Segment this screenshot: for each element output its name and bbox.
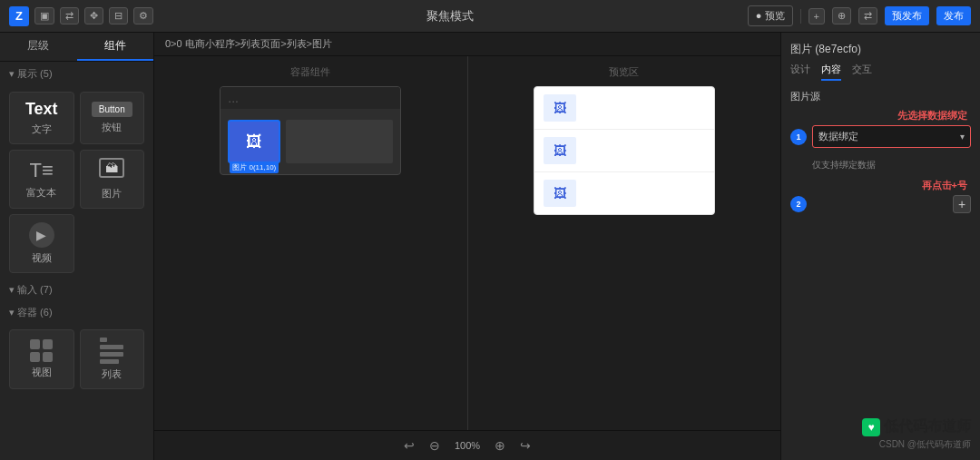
zoom-in-button[interactable]: ⊕ (491, 436, 509, 455)
wechat-icon: ♥ (862, 418, 880, 436)
preview-img-3: 🖼 (544, 180, 576, 207)
device-row: 🖼 图片 0(11,10) (228, 116, 393, 167)
selected-image[interactable]: 🖼 图片 0(11,10) (228, 120, 280, 163)
preview-row-3: 🖼 (534, 172, 714, 214)
settings-btn[interactable]: ⚙ (133, 7, 153, 24)
list-icon (100, 338, 123, 364)
topbar-right: ● 预览 + ⊕ ⇄ 预发布 发布 (748, 5, 971, 26)
right-tabs: 设计 内容 交互 (790, 63, 971, 81)
component-grid-bottom: 视图 列表 (0, 324, 153, 395)
icon2-btn[interactable]: ⇄ (858, 7, 877, 24)
video-label: 视频 (32, 251, 52, 265)
editor-section-label: 容器组件 (290, 65, 330, 79)
data-binding-row: 1 数据绑定 ▾ (790, 125, 971, 148)
redo-button[interactable]: ↪ (516, 436, 534, 455)
mode-btn[interactable]: ▣ (34, 7, 54, 24)
section-container[interactable]: ▾ 容器 (6) (0, 301, 153, 324)
component-list[interactable]: 列表 (80, 329, 145, 389)
right-panel-title: 图片 (8e7ecfo) (790, 42, 971, 57)
text-placeholder (286, 120, 393, 163)
main-layout: 层级 组件 ▾ 展示 (5) Text 文字 Button 按钮 T≡ 富文本 (0, 33, 980, 460)
device-dots: ... (228, 91, 239, 105)
badge-2: 2 (790, 196, 807, 212)
cursor-btn[interactable]: ✥ (84, 7, 103, 24)
device-content: 🖼 图片 0(11,10) (220, 109, 400, 174)
zoom-level: 100% (451, 440, 484, 451)
dropdown-label: 数据绑定 (818, 130, 858, 143)
editor-col: 容器组件 ... 🖼 图片 0(11,10) (154, 56, 467, 430)
data-binding-dropdown[interactable]: 数据绑定 ▾ (812, 125, 971, 148)
add-row: 2 + (790, 195, 971, 213)
badge-1: 1 (790, 129, 807, 145)
preview-section-label: 预览区 (609, 65, 639, 79)
component-image[interactable]: 图片 (80, 150, 145, 209)
icon1-btn[interactable]: ⊕ (832, 7, 851, 24)
text-preview: Text (25, 100, 58, 119)
view-icon (30, 339, 54, 362)
preview-img-2: 🖼 (544, 137, 576, 164)
text-label: 文字 (32, 122, 52, 136)
richtext-icon: T≡ (30, 159, 54, 182)
device-topbar: ... (220, 87, 400, 109)
share-btn[interactable]: ⇄ (60, 7, 79, 24)
preview-button[interactable]: ● 预览 (748, 5, 793, 26)
dropdown-arrow-icon: ▾ (960, 132, 965, 142)
zoom-out-button[interactable]: ⊖ (426, 436, 444, 455)
canvas-toolbar: ↩ ⊖ 100% ⊕ ↪ (154, 430, 780, 460)
preview-col: 预览区 🖼 🖼 🖼 (467, 56, 781, 430)
publish-button[interactable]: 发布 (936, 6, 971, 25)
watermark-name: 低代码布道师 (884, 417, 971, 436)
watermark-sub: CSDN @低代码布道师 (790, 438, 971, 451)
topbar: Z ▣ ⇄ ✥ ⊟ ⚙ 聚焦模式 ● 预览 + ⊕ ⇄ 预发布 发布 (0, 0, 980, 33)
component-video[interactable]: ▶ 视频 (9, 214, 74, 273)
page-title: 聚焦模式 (426, 8, 474, 24)
canvas-wrapper: 容器组件 ... 🖼 图片 0(11,10) (154, 56, 780, 430)
view-label: 视图 (32, 366, 52, 379)
component-button[interactable]: Button 按钮 (80, 92, 145, 144)
annotation-2: 再点击+号 (790, 179, 971, 192)
publish-pre-button[interactable]: 预发布 (885, 6, 929, 25)
component-richtext[interactable]: T≡ 富文本 (9, 150, 74, 209)
video-icon: ▶ (29, 222, 54, 248)
add-page-btn[interactable]: + (808, 8, 825, 24)
section-display[interactable]: ▾ 展示 (5) (0, 62, 153, 86)
selected-image-icon: 🖼 (246, 132, 262, 152)
tab-interact[interactable]: 交互 (852, 63, 872, 81)
section-input[interactable]: ▾ 输入 (7) (0, 279, 153, 301)
image-icon (99, 158, 124, 178)
layout-btn[interactable]: ⊟ (109, 7, 128, 24)
tab-components[interactable]: 组件 (77, 33, 154, 61)
right-section-title: 图片源 (790, 90, 971, 103)
left-tabs: 层级 组件 (0, 33, 153, 62)
editor-device[interactable]: ... 🖼 图片 0(11,10) (220, 86, 401, 175)
component-grid-display: Text 文字 Button 按钮 T≡ 富文本 图片 ▶ 视频 (0, 86, 153, 279)
tab-design[interactable]: 设计 (790, 63, 810, 81)
watermark: ♥ 低代码布道师 CSDN @低代码布道师 (790, 399, 971, 451)
list-label: 列表 (102, 367, 122, 381)
divider (800, 9, 801, 24)
button-preview: Button (92, 102, 132, 117)
richtext-label: 富文本 (26, 186, 56, 200)
add-button[interactable]: + (953, 195, 971, 213)
logo: Z (9, 6, 29, 26)
topbar-left: Z ▣ ⇄ ✥ ⊟ ⚙ (9, 6, 153, 26)
hint-text: 仅支持绑定数据 (812, 159, 971, 171)
preview-row-2: 🖼 (534, 130, 714, 172)
preview-img-1: 🖼 (544, 94, 576, 122)
button-label: 按钮 (102, 121, 122, 134)
selected-caption: 图片 0(11,10) (230, 161, 279, 173)
tab-layers[interactable]: 层级 (0, 33, 77, 61)
breadcrumb: 0>0 电商小程序>列表页面>列表>图片 (154, 33, 780, 56)
undo-button[interactable]: ↩ (400, 436, 418, 455)
tab-content[interactable]: 内容 (821, 63, 841, 81)
component-text[interactable]: Text 文字 (9, 92, 74, 144)
breadcrumb-text: 0>0 电商小程序>列表页面>列表>图片 (165, 38, 332, 49)
preview-row-1: 🖼 (534, 87, 714, 130)
center-canvas: 0>0 电商小程序>列表页面>列表>图片 容器组件 ... 🖼 图片 0(11,… (154, 33, 780, 460)
right-panel: 图片 (8e7ecfo) 设计 内容 交互 图片源 先选择数据绑定 1 数据绑定… (780, 33, 980, 460)
image-label: 图片 (102, 187, 122, 201)
preview-device: 🖼 🖼 🖼 (534, 86, 715, 215)
left-panel: 层级 组件 ▾ 展示 (5) Text 文字 Button 按钮 T≡ 富文本 (0, 33, 154, 460)
component-view[interactable]: 视图 (9, 329, 74, 389)
annotation-1: 先选择数据绑定 (790, 109, 971, 122)
